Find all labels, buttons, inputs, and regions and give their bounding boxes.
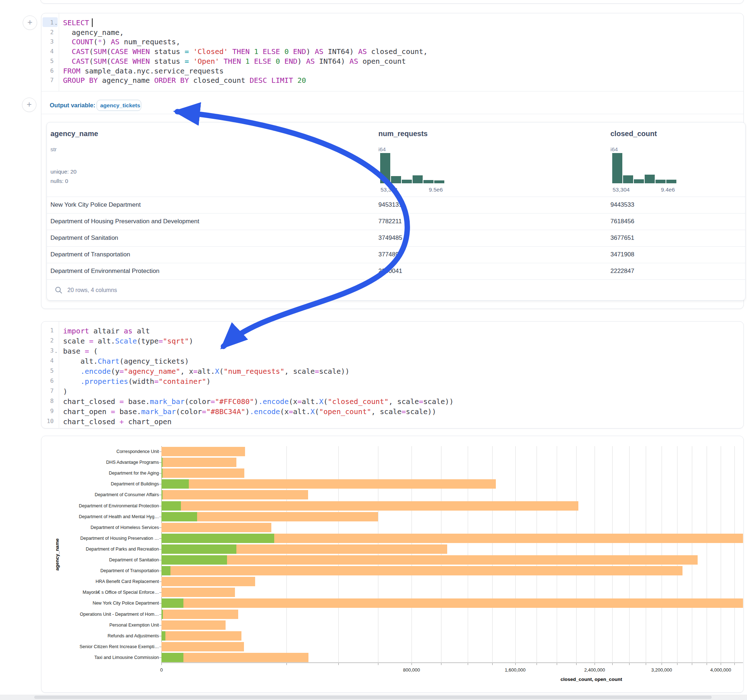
code-line: ): [63, 386, 67, 397]
fold-chevron-icon[interactable]: ⌄: [54, 349, 57, 354]
code-token: CAST: [72, 57, 89, 66]
sql-cell[interactable]: 1⌄234567 Output variable: agency_tickets…: [41, 13, 744, 309]
code-token: CASE WHEN: [110, 57, 150, 66]
table-cell: Department of Sanitation: [50, 234, 118, 241]
bar-open-count: [162, 555, 227, 564]
python-cell[interactable]: 123⌄45678910 import altair as altscale =…: [41, 321, 744, 428]
table-cell: 3749485: [378, 234, 402, 241]
bar-open-count: [162, 512, 197, 521]
code-token: 'Open': [193, 57, 219, 66]
histogram-bar: [380, 153, 391, 184]
code-token: alt: [133, 327, 150, 335]
text-caret: [92, 18, 92, 27]
table-row[interactable]: Department of Housing Preservation and D…: [47, 213, 745, 230]
column-header[interactable]: num_requests: [378, 130, 428, 138]
x-axis-tick: [594, 663, 595, 665]
code-token: (: [89, 57, 93, 66]
bar-open-count: [162, 599, 183, 608]
x-axis-tick-label: 1,600,000: [505, 667, 526, 673]
add-cell-button[interactable]: +: [23, 15, 37, 30]
table-row[interactable]: Department of Transportation377489234719…: [47, 246, 745, 263]
bar-closed-count: [162, 588, 235, 597]
code-token: =: [193, 367, 198, 376]
code-token: CASE WHEN: [110, 47, 150, 56]
x-axis-tick-label: 4,000,000: [710, 667, 731, 673]
bar-open-count: [162, 566, 171, 575]
table-cell: 2222847: [611, 267, 634, 275]
x-axis-tick: [492, 663, 493, 665]
code-token: ELSE: [254, 57, 271, 66]
line-number: 4: [50, 357, 54, 364]
column-header[interactable]: agency_name: [50, 130, 98, 138]
code-token: , scale: [371, 407, 401, 416]
table-row[interactable]: Department of Environmental Protection22…: [47, 263, 745, 280]
gridline: [378, 446, 378, 663]
code-token: "sqrt": [163, 337, 189, 345]
output-variable-chip[interactable]: agency_tickets: [97, 100, 141, 111]
code-token: , x: [180, 367, 193, 376]
table-row-count: 20 rows, 4 columns: [67, 287, 117, 293]
code-token: =: [85, 347, 89, 355]
table-row[interactable]: New York City Police Department945313194…: [47, 197, 745, 214]
histogram-min-label: 53,304: [612, 187, 629, 193]
code-token: alt.: [293, 407, 310, 416]
histogram-bar: [423, 180, 434, 184]
gridline: [286, 446, 287, 663]
histogram-max-label: 9.5e6: [429, 187, 443, 193]
y-axis-label: Department of Sanitation: [63, 557, 159, 563]
chart-output-cell: agency_name Correspondence UnitDHS Advan…: [41, 436, 744, 693]
bar-chart-plot: [162, 446, 743, 663]
code-token: status: [150, 47, 184, 56]
previous-cell-edge: [40, 0, 744, 4]
table-row[interactable]: Department of Sanitation37494853677651: [47, 230, 745, 247]
bar-closed-count: [162, 631, 242, 641]
bar-open-count: [162, 501, 181, 511]
gridline: [492, 446, 493, 663]
code-token: mark_bar: [150, 397, 184, 406]
code-token: 1: [254, 47, 259, 56]
y-axis-label: Senior Citizen Rent Increase Exempti…: [63, 644, 159, 649]
code-token: =: [297, 397, 302, 406]
code-line: chart_open = base.mark_bar(color="#8BC34…: [63, 407, 436, 416]
line-number-gutter: 1⌄234567: [41, 13, 59, 91]
y-axis-label: Taxi and Limousine Commission: [63, 655, 159, 660]
code-token: status: [150, 57, 184, 66]
fold-chevron-icon[interactable]: ⌄: [54, 21, 57, 26]
bar-closed-count: [162, 458, 236, 467]
code-token: [259, 47, 263, 56]
code-token: END: [284, 57, 297, 66]
horizontal-scrollbar-thumb[interactable]: [34, 695, 712, 699]
x-axis-tick: [662, 663, 662, 665]
code-token: ): [102, 38, 110, 46]
histogram-bar: [391, 176, 401, 184]
line-number: 10: [47, 418, 54, 424]
code-token: (color: [176, 407, 202, 416]
code-token: chart_closed: [63, 417, 119, 426]
y-axis-label: Personal Exemption Unit: [63, 623, 159, 628]
table-cell: 9443533: [611, 201, 634, 208]
code-token: (x: [289, 397, 297, 406]
table-cell: Department of Transportation: [50, 251, 130, 258]
column-header[interactable]: closed_count: [611, 130, 657, 138]
gridline: [515, 446, 516, 663]
cell-divider: [41, 114, 743, 114]
code-token: "num_requests": [224, 367, 285, 376]
code-token: FROM: [63, 66, 80, 75]
table-cell: 3677651: [611, 234, 634, 241]
x-axis-tick-label: 3,200,000: [651, 667, 672, 673]
table-cell: 2240041: [378, 267, 402, 275]
line-number: 7: [50, 77, 54, 83]
x-axis-tick: [378, 663, 378, 665]
bar-closed-count: [162, 523, 271, 532]
add-cell-button[interactable]: +: [22, 98, 36, 112]
bar-closed-count: [162, 555, 698, 564]
search-icon[interactable]: [55, 286, 63, 294]
code-token: =: [119, 367, 124, 376]
histogram-bar: [666, 180, 677, 184]
x-axis-tick: [557, 663, 557, 665]
code-token: INT64): [315, 57, 349, 66]
code-token: scale)): [319, 367, 349, 376]
x-axis-tick: [441, 663, 442, 665]
code-token: X: [310, 407, 315, 416]
y-axis-label: Department of Housing Preservation …: [63, 536, 159, 541]
